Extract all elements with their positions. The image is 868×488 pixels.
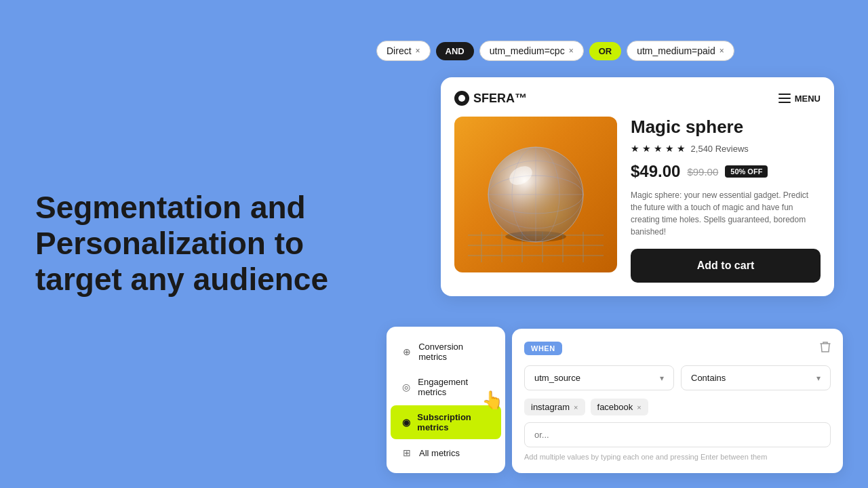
engagement-label: Engagement metrics (418, 377, 490, 397)
svg-rect-2 (778, 102, 791, 103)
metrics-panel: ⊕ Conversion metrics ◎ Engagement metric… (387, 327, 505, 473)
product-card: SFERA™ MENU (441, 77, 834, 296)
product-info: Magic sphere ★ ★ ★ ★ ★ 2,540 Reviews $49… (631, 117, 821, 283)
tag-instagram-label: instagram (531, 402, 570, 412)
filter-utm-cpc[interactable]: utm_medium=cpc × (479, 41, 584, 61)
filter-utm-cpc-label: utm_medium=cpc (490, 45, 565, 56)
svg-rect-1 (778, 98, 791, 99)
filter-utm-cpc-close[interactable]: × (569, 46, 574, 56)
discount-badge: 50% OFF (725, 165, 768, 178)
menu-button[interactable]: MENU (778, 94, 821, 104)
metrics-engagement[interactable]: ◎ Engagement metrics (391, 370, 501, 404)
subscription-icon: ◉ (401, 417, 410, 428)
operator-or[interactable]: OR (589, 42, 622, 60)
star-rating: ★ ★ ★ ★ ★ (631, 143, 686, 154)
utm-source-label: utm_source (534, 373, 580, 383)
conversion-label: Conversion metrics (418, 342, 490, 362)
svg-rect-0 (778, 94, 791, 95)
price-current: $49.00 (631, 162, 680, 181)
product-sphere-svg (468, 127, 604, 262)
tag-facebook-label: facebook (597, 402, 633, 412)
condition-panel: WHEN utm_source ▾ Contains ▾ instagram ×… (512, 329, 843, 473)
tag-facebook[interactable]: facebook × (591, 399, 648, 415)
utm-source-chevron: ▾ (660, 373, 664, 383)
brand-logo-icon (454, 91, 469, 106)
brand-name: SFERA™ (473, 92, 527, 106)
hint-text: Add multiple values by typing each one a… (524, 453, 831, 461)
product-image (454, 117, 617, 272)
product-name: Magic sphere (631, 117, 821, 138)
hero-title: Segmentation and Personalization to targ… (35, 190, 368, 298)
conversion-icon: ⊕ (401, 346, 412, 357)
tag-facebook-remove[interactable]: × (637, 403, 641, 411)
product-description: Magic sphere: your new essential gadget.… (631, 189, 821, 238)
condition-row: utm_source ▾ Contains ▾ (524, 365, 831, 390)
card-body: Magic sphere ★ ★ ★ ★ ★ 2,540 Reviews $49… (454, 117, 821, 283)
delete-icon[interactable] (820, 341, 831, 356)
price-original: $99.00 (687, 166, 718, 178)
when-header: WHEN (524, 341, 831, 356)
tag-instagram-remove[interactable]: × (574, 403, 578, 411)
hero-section: Segmentation and Personalization to targ… (35, 190, 368, 298)
when-badge: WHEN (524, 342, 562, 355)
subscription-label: Subscription metrics (417, 412, 490, 432)
stars-row: ★ ★ ★ ★ ★ 2,540 Reviews (631, 143, 821, 154)
contains-label: Contains (691, 373, 726, 383)
or-input[interactable] (524, 422, 831, 447)
metrics-all[interactable]: ⊞ All metrics (391, 441, 501, 465)
card-header: SFERA™ MENU (454, 91, 821, 106)
filter-direct-close[interactable]: × (416, 46, 420, 56)
filter-utm-paid[interactable]: utm_medium=paid × (627, 41, 734, 61)
metrics-conversion[interactable]: ⊕ Conversion metrics (391, 335, 501, 369)
contains-select[interactable]: Contains ▾ (681, 365, 831, 390)
filter-bar: Direct × AND utm_medium=cpc × OR utm_med… (376, 41, 734, 61)
add-to-cart-button[interactable]: Add to cart (631, 249, 821, 283)
all-metrics-icon: ⊞ (401, 447, 412, 458)
filter-utm-paid-close[interactable]: × (719, 46, 724, 56)
brand-logo: SFERA™ (454, 91, 527, 106)
engagement-icon: ◎ (401, 382, 411, 392)
filter-direct-label: Direct (387, 45, 412, 56)
utm-source-select[interactable]: utm_source ▾ (524, 365, 674, 390)
tags-row: instagram × facebook × (524, 399, 831, 415)
review-count: 2,540 Reviews (691, 144, 749, 154)
filter-utm-paid-label: utm_medium=paid (637, 45, 715, 56)
metrics-subscription[interactable]: ◉ Subscription metrics (391, 405, 501, 439)
pricing-row: $49.00 $99.00 50% OFF (631, 162, 821, 181)
operator-and[interactable]: AND (436, 42, 474, 60)
filter-direct[interactable]: Direct × (376, 41, 431, 61)
tag-instagram[interactable]: instagram × (524, 399, 585, 415)
all-metrics-label: All metrics (419, 448, 460, 458)
contains-chevron: ▾ (816, 373, 821, 383)
menu-icon (778, 94, 791, 103)
